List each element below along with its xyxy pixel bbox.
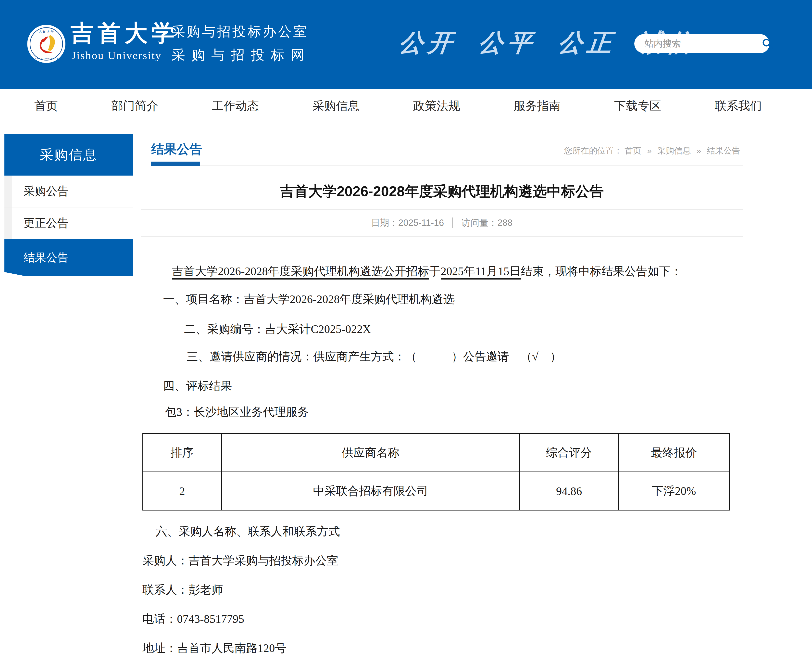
site-search	[634, 34, 770, 53]
article-title: 吉首大学2026-2028年度采购代理机构遴选中标公告	[141, 183, 743, 200]
nav-item-home[interactable]: 首页	[34, 98, 58, 114]
breadcrumb-prefix: 您所在的位置：	[564, 146, 622, 155]
nav-item-policies[interactable]: 政策法规	[413, 98, 460, 114]
site-header: 吉 首 大 学 JISHOU UNIVERSITY 吉首大学 Jishou Un…	[0, 0, 812, 89]
line-procurement-number: 二、采购编号：吉大采计C2025-022X	[184, 321, 743, 337]
breadcrumb: 您所在的位置： 首页 » 采购信息 » 结果公告	[564, 145, 740, 156]
cell-rank: 2	[143, 472, 222, 510]
sidebar-title: 采购信息	[5, 134, 133, 176]
article-date: 2025-11-16	[398, 218, 444, 228]
sidebar-item-label: 更正公告	[24, 215, 69, 231]
office-title: 采购与招投标办公室	[172, 23, 309, 41]
section-tab-underline	[151, 161, 200, 166]
col-header-score: 综合评分	[520, 434, 619, 472]
cell-supplier: 中采联合招标有限公司	[222, 472, 520, 510]
sidebar-item-result-notice[interactable]: 结果公告	[5, 239, 133, 276]
intro-underlined-project: 吉首大学2026-2028年度采购代理机构遴选公开招标	[172, 265, 429, 280]
nav-item-work-news[interactable]: 工作动态	[212, 98, 259, 114]
col-header-rank: 排序	[143, 434, 222, 472]
search-input[interactable]	[644, 38, 762, 49]
col-header-supplier: 供应商名称	[222, 434, 520, 472]
line-purchaser-contact-heading: 六、采购人名称、联系人和联系方式	[156, 524, 743, 539]
breadcrumb-link-result-notice[interactable]: 结果公告	[707, 146, 740, 155]
date-label: 日期：	[371, 217, 398, 229]
views-label: 访问量：	[461, 217, 497, 229]
sidebar-item-label: 采购公告	[24, 184, 69, 199]
nav-item-department-intro[interactable]: 部门简介	[111, 98, 158, 114]
table-header-row: 排序 供应商名称 综合评分 最终报价	[143, 434, 730, 472]
main-navigation: 首页 部门简介 工作动态 采购信息 政策法规 服务指南 下载专区 联系我们	[0, 89, 812, 123]
brand-name-chinese: 吉首大学	[71, 18, 179, 49]
intro-text: 结束，现将中标结果公告如下：	[521, 265, 682, 278]
jishou-university-emblem-icon: 吉 首 大 学 JISHOU UNIVERSITY	[26, 24, 66, 64]
nav-item-procurement-info[interactable]: 采购信息	[312, 98, 360, 114]
contact-purchaser: 采购人：吉首大学采购与招投标办公室	[142, 553, 743, 568]
line-supplier-invitation: 三、邀请供应商的情况：供应商产生方式：（ ）公告邀请 （√ ）	[187, 349, 743, 364]
nav-item-downloads[interactable]: 下载专区	[614, 98, 661, 114]
search-icon	[762, 38, 773, 49]
article-meta: 日期：2025-11-16 访问量：288	[141, 210, 743, 236]
line-project-name: 一、项目名称：吉首大学2026-2028年度采购代理机构遴选	[163, 291, 743, 307]
nav-item-contact-us[interactable]: 联系我们	[715, 98, 762, 114]
intro-paragraph: 吉首大学2026-2028年度采购代理机构遴选公开招标于2025年11月15日结…	[142, 264, 743, 279]
section-tab-result-notice[interactable]: 结果公告	[151, 141, 202, 158]
line-evaluation-result: 四、评标结果	[163, 378, 743, 394]
cell-final-price: 下浮20%	[619, 472, 730, 510]
nav-item-service-guide[interactable]: 服务指南	[513, 98, 560, 114]
section-header: 结果公告 您所在的位置： 首页 » 采购信息 » 结果公告	[141, 137, 743, 169]
article-body: 吉首大学2026-2028年度采购代理机构遴选公开招标于2025年11月15日结…	[141, 264, 743, 656]
breadcrumb-separator: »	[647, 146, 652, 155]
site-title: 采购与招投标网	[172, 46, 310, 64]
breadcrumb-separator: »	[697, 146, 701, 155]
brand-name-english: Jishou University	[71, 49, 161, 62]
sidebar: 采购信息 采购公告 更正公告 结果公告	[5, 134, 133, 276]
sidebar-item-label: 结果公告	[24, 250, 69, 265]
meta-divider	[452, 218, 453, 228]
divider	[141, 236, 743, 237]
cell-score: 94.86	[520, 472, 619, 510]
intro-text: 于	[429, 265, 441, 278]
sidebar-item-procurement-notice[interactable]: 采购公告	[5, 176, 133, 207]
table-row: 2 中采联合招标有限公司 94.86 下浮20%	[143, 472, 730, 510]
article-views: 288	[497, 218, 513, 228]
section-divider	[151, 165, 743, 166]
award-table: 排序 供应商名称 综合评分 最终报价 2 中采联合招标有限公司 94.86 下浮…	[142, 433, 730, 511]
line-package3: 包3：长沙地区业务代理服务	[165, 404, 743, 420]
contact-phone: 电话：0743-8517795	[142, 611, 743, 627]
svg-text:JISHOU UNIVERSITY: JISHOU UNIVERSITY	[34, 57, 58, 60]
contact-person: 联系人：彭老师	[142, 582, 743, 597]
sidebar-item-correction-notice[interactable]: 更正公告	[5, 207, 133, 239]
intro-underlined-date: 2025年11月15日	[441, 265, 521, 280]
main-content: 结果公告 您所在的位置： 首页 » 采购信息 » 结果公告 吉首大学2026-2…	[141, 137, 743, 656]
svg-text:吉 首 大 学: 吉 首 大 学	[39, 30, 54, 34]
search-button[interactable]	[762, 34, 773, 53]
university-logo: 吉 首 大 学 JISHOU UNIVERSITY	[26, 24, 66, 64]
contact-address: 地址：吉首市人民南路120号	[142, 640, 743, 656]
breadcrumb-link-procurement-info[interactable]: 采购信息	[657, 146, 691, 155]
breadcrumb-link-home[interactable]: 首页	[625, 146, 641, 155]
col-header-final-price: 最终报价	[619, 434, 730, 472]
